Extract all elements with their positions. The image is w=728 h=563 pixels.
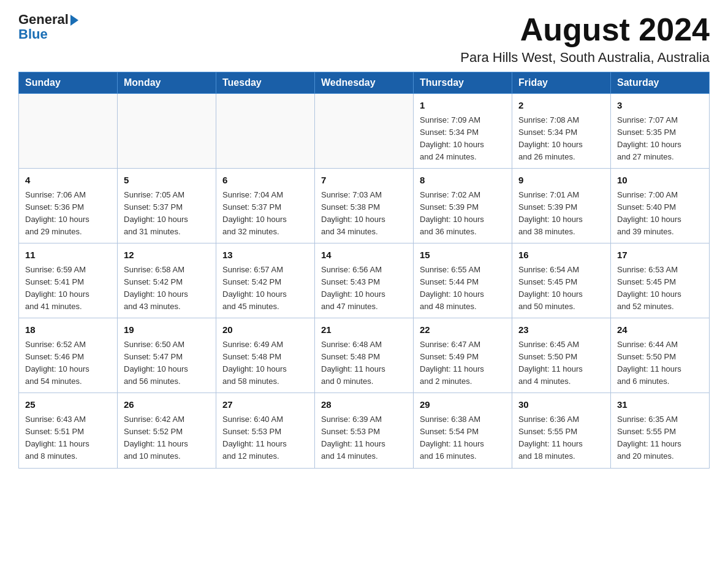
day-info: Sunrise: 7:08 AMSunset: 5:34 PMDaylight:… [518,114,604,164]
day-info: Sunrise: 7:04 AMSunset: 5:37 PMDaylight:… [222,189,308,239]
day-info: Sunrise: 6:55 AMSunset: 5:44 PMDaylight:… [420,264,506,313]
calendar-cell: 5Sunrise: 7:05 AMSunset: 5:37 PMDaylight… [118,169,216,243]
day-number: 24 [617,323,703,337]
day-number: 26 [124,398,210,412]
day-number: 6 [222,174,308,188]
day-number: 18 [25,323,111,337]
calendar-cell: 27Sunrise: 6:40 AMSunset: 5:53 PMDayligh… [216,393,315,468]
day-number: 4 [25,174,111,188]
day-number: 10 [617,174,703,188]
day-info: Sunrise: 7:00 AMSunset: 5:40 PMDaylight:… [617,189,703,239]
calendar-cell: 17Sunrise: 6:53 AMSunset: 5:45 PMDayligh… [611,243,710,318]
day-number: 23 [518,323,604,337]
calendar-cell: 10Sunrise: 7:00 AMSunset: 5:40 PMDayligh… [611,169,710,243]
calendar-cell: 29Sunrise: 6:38 AMSunset: 5:54 PMDayligh… [414,393,512,468]
day-info: Sunrise: 6:35 AMSunset: 5:55 PMDaylight:… [617,413,703,463]
calendar-cell [216,94,315,169]
day-info: Sunrise: 6:54 AMSunset: 5:45 PMDaylight:… [518,264,604,313]
calendar-cell [118,94,216,169]
title-area: August 2024 Para Hills West, South Austr… [460,12,710,66]
day-info: Sunrise: 6:57 AMSunset: 5:42 PMDaylight:… [222,264,308,313]
day-number: 3 [617,99,703,113]
calendar-cell: 8Sunrise: 7:02 AMSunset: 5:39 PMDaylight… [414,169,512,243]
calendar-cell [315,94,414,169]
calendar-table: SundayMondayTuesdayWednesdayThursdayFrid… [18,72,710,468]
calendar-cell: 3Sunrise: 7:07 AMSunset: 5:35 PMDaylight… [611,94,710,169]
calendar-cell: 15Sunrise: 6:55 AMSunset: 5:44 PMDayligh… [414,243,512,318]
day-info: Sunrise: 6:56 AMSunset: 5:43 PMDaylight:… [321,264,407,313]
week-row-2: 4Sunrise: 7:06 AMSunset: 5:36 PMDaylight… [19,169,710,243]
calendar-cell: 1Sunrise: 7:09 AMSunset: 5:34 PMDaylight… [414,94,512,169]
logo: General Blue [18,12,78,42]
day-info: Sunrise: 7:09 AMSunset: 5:34 PMDaylight:… [420,114,506,164]
weekday-header-thursday: Thursday [414,72,512,94]
month-year-title: August 2024 [460,12,710,47]
day-info: Sunrise: 6:50 AMSunset: 5:47 PMDaylight:… [124,339,210,388]
day-info: Sunrise: 6:48 AMSunset: 5:48 PMDaylight:… [321,339,407,388]
day-info: Sunrise: 6:43 AMSunset: 5:51 PMDaylight:… [25,413,111,463]
day-info: Sunrise: 6:44 AMSunset: 5:50 PMDaylight:… [617,339,703,388]
calendar-cell: 21Sunrise: 6:48 AMSunset: 5:48 PMDayligh… [315,318,414,393]
logo-text-blue: Blue [18,27,48,42]
day-number: 21 [321,323,407,337]
calendar-cell: 28Sunrise: 6:39 AMSunset: 5:53 PMDayligh… [315,393,414,468]
day-info: Sunrise: 7:02 AMSunset: 5:39 PMDaylight:… [420,189,506,239]
day-number: 5 [124,174,210,188]
calendar-cell: 31Sunrise: 6:35 AMSunset: 5:55 PMDayligh… [611,393,710,468]
day-number: 1 [420,99,506,113]
day-number: 14 [321,248,407,262]
day-info: Sunrise: 7:06 AMSunset: 5:36 PMDaylight:… [25,189,111,239]
day-number: 29 [420,398,506,412]
calendar-cell: 4Sunrise: 7:06 AMSunset: 5:36 PMDaylight… [19,169,118,243]
weekday-header-friday: Friday [512,72,611,94]
calendar-cell: 11Sunrise: 6:59 AMSunset: 5:41 PMDayligh… [19,243,118,318]
day-number: 16 [518,248,604,262]
day-number: 31 [617,398,703,412]
location-subtitle: Para Hills West, South Australia, Austra… [460,50,710,66]
calendar-cell: 30Sunrise: 6:36 AMSunset: 5:55 PMDayligh… [512,393,611,468]
day-info: Sunrise: 6:42 AMSunset: 5:52 PMDaylight:… [124,413,210,463]
calendar-cell: 12Sunrise: 6:58 AMSunset: 5:42 PMDayligh… [118,243,216,318]
day-info: Sunrise: 7:03 AMSunset: 5:38 PMDaylight:… [321,189,407,239]
day-info: Sunrise: 6:47 AMSunset: 5:49 PMDaylight:… [420,339,506,388]
calendar-cell: 2Sunrise: 7:08 AMSunset: 5:34 PMDaylight… [512,94,611,169]
day-info: Sunrise: 6:45 AMSunset: 5:50 PMDaylight:… [518,339,604,388]
day-number: 19 [124,323,210,337]
day-number: 12 [124,248,210,262]
day-number: 13 [222,248,308,262]
week-row-4: 18Sunrise: 6:52 AMSunset: 5:46 PMDayligh… [19,318,710,393]
day-info: Sunrise: 6:39 AMSunset: 5:53 PMDaylight:… [321,413,407,463]
calendar-cell: 19Sunrise: 6:50 AMSunset: 5:47 PMDayligh… [118,318,216,393]
week-row-5: 25Sunrise: 6:43 AMSunset: 5:51 PMDayligh… [19,393,710,468]
day-number: 15 [420,248,506,262]
day-number: 22 [420,323,506,337]
week-row-1: 1Sunrise: 7:09 AMSunset: 5:34 PMDaylight… [19,94,710,169]
calendar-cell: 20Sunrise: 6:49 AMSunset: 5:48 PMDayligh… [216,318,315,393]
calendar-cell [19,94,118,169]
day-info: Sunrise: 6:58 AMSunset: 5:42 PMDaylight:… [124,264,210,313]
calendar-cell: 14Sunrise: 6:56 AMSunset: 5:43 PMDayligh… [315,243,414,318]
page-header: General Blue August 2024 Para Hills West… [18,12,710,66]
calendar-cell: 24Sunrise: 6:44 AMSunset: 5:50 PMDayligh… [611,318,710,393]
weekday-header-wednesday: Wednesday [315,72,414,94]
day-number: 17 [617,248,703,262]
day-number: 30 [518,398,604,412]
day-info: Sunrise: 6:40 AMSunset: 5:53 PMDaylight:… [222,413,308,463]
weekday-header-tuesday: Tuesday [216,72,315,94]
day-info: Sunrise: 6:38 AMSunset: 5:54 PMDaylight:… [420,413,506,463]
day-info: Sunrise: 6:52 AMSunset: 5:46 PMDaylight:… [25,339,111,388]
day-info: Sunrise: 6:59 AMSunset: 5:41 PMDaylight:… [25,264,111,313]
day-number: 27 [222,398,308,412]
day-number: 11 [25,248,111,262]
calendar-cell: 7Sunrise: 7:03 AMSunset: 5:38 PMDaylight… [315,169,414,243]
day-number: 25 [25,398,111,412]
logo-text-general: General [18,12,69,27]
day-info: Sunrise: 6:49 AMSunset: 5:48 PMDaylight:… [222,339,308,388]
weekday-header-row: SundayMondayTuesdayWednesdayThursdayFrid… [19,72,710,94]
weekday-header-monday: Monday [118,72,216,94]
day-info: Sunrise: 7:01 AMSunset: 5:39 PMDaylight:… [518,189,604,239]
calendar-cell: 6Sunrise: 7:04 AMSunset: 5:37 PMDaylight… [216,169,315,243]
day-info: Sunrise: 6:36 AMSunset: 5:55 PMDaylight:… [518,413,604,463]
day-number: 2 [518,99,604,113]
weekday-header-sunday: Sunday [19,72,118,94]
